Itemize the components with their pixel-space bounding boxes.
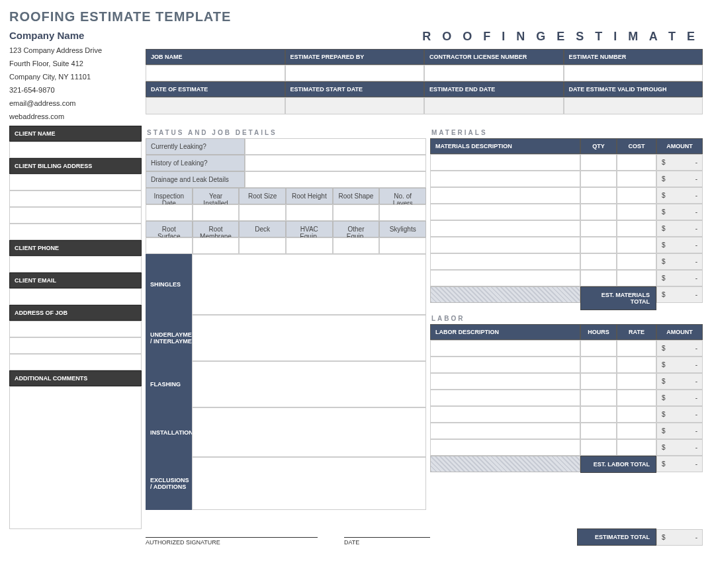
labor-rate-header: RATE: [617, 324, 656, 340]
materials-row[interactable]: [430, 253, 580, 270]
client-billing-2[interactable]: [9, 190, 142, 207]
materials-row[interactable]: [580, 237, 617, 253]
detail-year-installed[interactable]: [193, 204, 240, 221]
detail-skylights[interactable]: [379, 237, 426, 254]
materials-row[interactable]: [430, 171, 580, 187]
labor-row[interactable]: [617, 340, 656, 357]
materials-row[interactable]: [430, 220, 580, 237]
labor-row[interactable]: [580, 406, 617, 423]
client-billing-1[interactable]: [9, 174, 142, 190]
input-start-date[interactable]: [285, 97, 425, 114]
detail-root-size[interactable]: [239, 204, 286, 221]
input-valid-through[interactable]: [564, 97, 703, 114]
detail-root-size-label: Root Size: [239, 188, 286, 204]
materials-row[interactable]: [617, 237, 656, 253]
labor-row[interactable]: [580, 439, 617, 456]
shingles-input[interactable]: [192, 254, 426, 315]
labor-row[interactable]: [430, 406, 580, 423]
labor-amount: $-: [656, 406, 703, 423]
client-phone-label: CLIENT PHONE: [9, 240, 142, 256]
input-date-estimate[interactable]: [146, 97, 285, 114]
signature-line[interactable]: AUTHORIZED SIGNATURE: [146, 537, 318, 546]
client-billing-3[interactable]: [9, 207, 142, 224]
underlayment-input[interactable]: [192, 315, 426, 361]
hashed-cell: [430, 456, 580, 472]
comments-input[interactable]: [9, 386, 142, 529]
labor-row[interactable]: [580, 423, 617, 439]
labor-row[interactable]: [430, 423, 580, 439]
detail-root-shape-label: Root Shape: [333, 188, 380, 204]
labor-amount: $-: [656, 373, 703, 390]
job-address-3[interactable]: [9, 354, 142, 370]
materials-row[interactable]: [580, 187, 617, 204]
materials-row[interactable]: [430, 187, 580, 204]
labor-row[interactable]: [617, 390, 656, 406]
labor-row[interactable]: [617, 373, 656, 390]
flashing-input[interactable]: [192, 361, 426, 407]
currently-leaking-input[interactable]: [245, 138, 426, 155]
labor-row[interactable]: [580, 390, 617, 406]
input-job-name[interactable]: [146, 65, 285, 81]
detail-root-surface[interactable]: [146, 237, 193, 254]
detail-root-shape[interactable]: [333, 204, 380, 221]
client-name-input[interactable]: [9, 142, 142, 158]
materials-row[interactable]: [430, 154, 580, 171]
labor-row[interactable]: [430, 373, 580, 390]
input-contractor-license[interactable]: [424, 65, 564, 81]
materials-row[interactable]: [580, 204, 617, 220]
client-name-label: CLIENT NAME: [9, 126, 142, 142]
materials-row[interactable]: [430, 270, 580, 286]
detail-no-layers[interactable]: [379, 204, 426, 221]
labor-row[interactable]: [617, 406, 656, 423]
labor-row[interactable]: [430, 439, 580, 456]
materials-row[interactable]: [617, 220, 656, 237]
materials-row[interactable]: [580, 154, 617, 171]
labor-row[interactable]: [430, 340, 580, 357]
materials-row[interactable]: [617, 171, 656, 187]
detail-other-equip-label: Other Equip.: [333, 221, 380, 237]
header-estimate-number: ESTIMATE NUMBER: [564, 49, 703, 65]
job-address-1[interactable]: [9, 321, 142, 337]
detail-root-membrane[interactable]: [193, 237, 240, 254]
client-email-input[interactable]: [9, 288, 142, 305]
materials-row[interactable]: [580, 220, 617, 237]
history-leaking-label: History of Leaking?: [146, 155, 245, 171]
date-line[interactable]: DATE: [344, 537, 430, 546]
materials-row[interactable]: [430, 204, 580, 220]
client-phone-input[interactable]: [9, 256, 142, 273]
detail-inspection-date[interactable]: [146, 204, 193, 221]
detail-no-layers-label: No. of Layers: [379, 188, 426, 204]
labor-row[interactable]: [617, 423, 656, 439]
labor-row[interactable]: [580, 340, 617, 357]
drainage-input[interactable]: [245, 171, 426, 188]
materials-row[interactable]: [580, 253, 617, 270]
input-prepared-by[interactable]: [285, 65, 425, 81]
detail-root-height[interactable]: [286, 204, 333, 221]
materials-row[interactable]: [617, 253, 656, 270]
materials-row[interactable]: [580, 171, 617, 187]
materials-row[interactable]: [617, 270, 656, 286]
job-address-2[interactable]: [9, 337, 142, 354]
materials-row[interactable]: [430, 237, 580, 253]
materials-row[interactable]: [617, 204, 656, 220]
materials-row[interactable]: [617, 187, 656, 204]
labor-row[interactable]: [617, 439, 656, 456]
installation-input[interactable]: [192, 407, 426, 457]
detail-hvac[interactable]: [286, 237, 333, 254]
labor-row[interactable]: [580, 357, 617, 373]
client-billing-4[interactable]: [9, 224, 142, 240]
materials-row[interactable]: [617, 154, 656, 171]
currently-leaking-label: Currently Leaking?: [146, 138, 245, 155]
shingles-label: SHINGLES: [146, 254, 192, 315]
detail-deck[interactable]: [239, 237, 286, 254]
input-estimate-number[interactable]: [564, 65, 703, 81]
history-leaking-input[interactable]: [245, 155, 426, 171]
labor-row[interactable]: [617, 357, 656, 373]
labor-row[interactable]: [430, 390, 580, 406]
input-end-date[interactable]: [424, 97, 564, 114]
exclusions-input[interactable]: [192, 457, 426, 510]
detail-other-equip[interactable]: [333, 237, 380, 254]
labor-row[interactable]: [430, 357, 580, 373]
materials-row[interactable]: [580, 270, 617, 286]
labor-row[interactable]: [580, 373, 617, 390]
